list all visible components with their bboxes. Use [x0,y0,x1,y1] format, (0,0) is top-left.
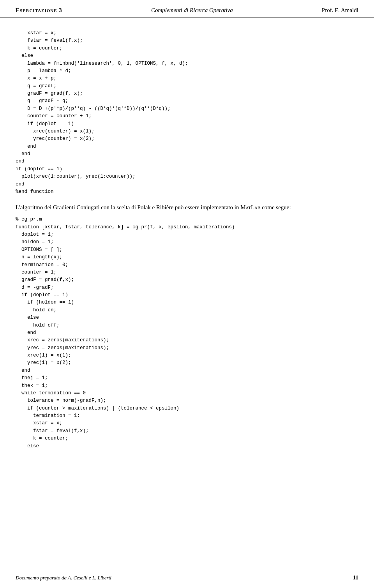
footer: Documento preparato da A. Ceselli e L. L… [0,571,374,581]
paragraph: L'algoritmo dei Gradienti Coniugati con … [16,203,358,212]
header-right: Prof. E. Amaldi [322,7,358,14]
header-center: Complementi di Ricerca Operativa [151,7,233,14]
page: Esercitazione 3 Complementi di Ricerca O… [0,0,374,588]
main-content: xstar = x; fstar = feval(f,x); k = count… [0,18,374,477]
code-top: xstar = x; fstar = feval(f,x); k = count… [16,30,358,196]
footer-left: Documento preparato da A. Ceselli e L. L… [16,575,111,581]
header: Esercitazione 3 Complementi di Ricerca O… [0,0,374,18]
footer-right: 11 [353,574,358,581]
header-left: Esercitazione 3 [16,7,62,14]
code-bottom: % cg_pr.m function [xstar, fstar, tolera… [16,216,358,450]
